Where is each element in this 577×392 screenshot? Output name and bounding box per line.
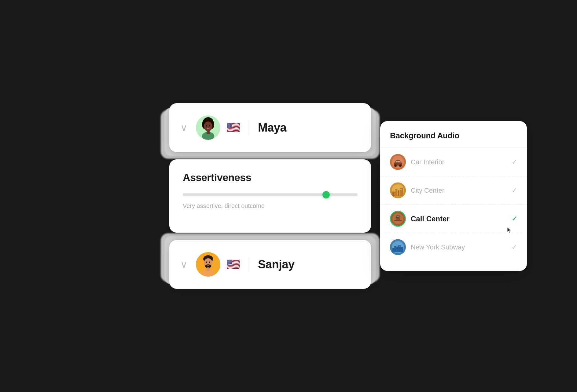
call-center-check: ✓ bbox=[512, 215, 517, 223]
audio-item-call-center[interactable]: Call Center ✓ bbox=[380, 205, 527, 233]
sanjay-avatar bbox=[196, 252, 220, 277]
car-interior-icon bbox=[390, 154, 406, 170]
new-york-subway-label: New York Subway bbox=[411, 243, 507, 251]
call-center-label: Call Center bbox=[411, 215, 507, 223]
assertiveness-description: Very assertive, direct outcome bbox=[183, 202, 358, 209]
new-york-subway-check: ✓ bbox=[512, 243, 517, 251]
svg-rect-31 bbox=[397, 190, 397, 191]
background-audio-title: Background Audio bbox=[380, 131, 527, 148]
car-interior-label: Car Interior bbox=[411, 158, 507, 166]
audio-item-new-york-subway[interactable]: New York Subway ✓ bbox=[380, 233, 527, 261]
svg-rect-23 bbox=[398, 161, 400, 162]
svg-point-12 bbox=[206, 262, 207, 263]
background-audio-panel: Background Audio Car Interior ✓ bbox=[380, 121, 527, 271]
sanjay-wrap: ∨ bbox=[169, 240, 371, 289]
assertiveness-card: Assertiveness Very assertive, direct out… bbox=[169, 159, 371, 233]
svg-rect-47 bbox=[396, 247, 398, 252]
maya-flag: 🇺🇸 bbox=[226, 121, 240, 134]
sanjay-flag: 🇺🇸 bbox=[226, 258, 240, 271]
maya-avatar bbox=[196, 115, 220, 140]
svg-rect-45 bbox=[392, 248, 394, 252]
sanjay-divider bbox=[249, 257, 249, 272]
audio-item-car-interior[interactable]: Car Interior ✓ bbox=[380, 148, 527, 176]
svg-rect-51 bbox=[395, 247, 395, 248]
svg-rect-8 bbox=[207, 131, 210, 134]
svg-rect-30 bbox=[395, 190, 396, 191]
audio-item-city-center[interactable]: City Center ✓ bbox=[380, 176, 527, 205]
slider-track bbox=[183, 193, 358, 196]
svg-rect-28 bbox=[398, 191, 399, 196]
svg-rect-34 bbox=[401, 189, 402, 190]
svg-point-4 bbox=[204, 122, 212, 131]
svg-point-13 bbox=[209, 262, 210, 263]
city-center-label: City Center bbox=[411, 187, 507, 194]
sanjay-chevron-icon[interactable]: ∨ bbox=[180, 259, 187, 270]
svg-point-6 bbox=[209, 125, 210, 127]
assertiveness-slider[interactable] bbox=[183, 193, 358, 196]
svg-rect-49 bbox=[401, 247, 403, 252]
city-center-icon bbox=[390, 183, 406, 198]
svg-rect-33 bbox=[400, 189, 401, 190]
sanjay-name: Sanjay bbox=[258, 258, 295, 271]
scene: ∨ bbox=[75, 28, 502, 364]
svg-rect-37 bbox=[394, 220, 402, 221]
city-center-check: ✓ bbox=[512, 187, 517, 194]
svg-rect-29 bbox=[400, 188, 403, 196]
svg-rect-41 bbox=[397, 218, 399, 219]
svg-rect-52 bbox=[397, 248, 397, 248]
maya-wrap: ∨ bbox=[169, 103, 371, 152]
assertiveness-title: Assertiveness bbox=[183, 172, 358, 183]
slider-thumb bbox=[322, 191, 330, 198]
maya-card: ∨ bbox=[169, 103, 371, 152]
assertiveness-wrap: Assertiveness Very assertive, direct out… bbox=[169, 159, 371, 233]
cards-column: ∨ bbox=[169, 103, 371, 289]
svg-rect-16 bbox=[207, 267, 210, 271]
svg-rect-53 bbox=[399, 246, 399, 247]
new-york-subway-icon bbox=[390, 239, 406, 255]
sanjay-card: ∨ bbox=[169, 240, 371, 289]
maya-chevron-icon[interactable]: ∨ bbox=[180, 122, 187, 133]
maya-divider bbox=[249, 120, 249, 135]
call-center-icon bbox=[390, 211, 406, 227]
svg-point-50 bbox=[393, 247, 394, 248]
svg-rect-22 bbox=[396, 161, 398, 162]
maya-name: Maya bbox=[258, 121, 286, 134]
car-interior-check: ✓ bbox=[512, 158, 517, 166]
svg-rect-32 bbox=[395, 192, 396, 192]
svg-point-21 bbox=[399, 165, 402, 167]
cursor bbox=[507, 227, 512, 235]
svg-rect-26 bbox=[392, 192, 395, 196]
svg-point-20 bbox=[394, 165, 397, 167]
svg-point-5 bbox=[206, 125, 207, 127]
